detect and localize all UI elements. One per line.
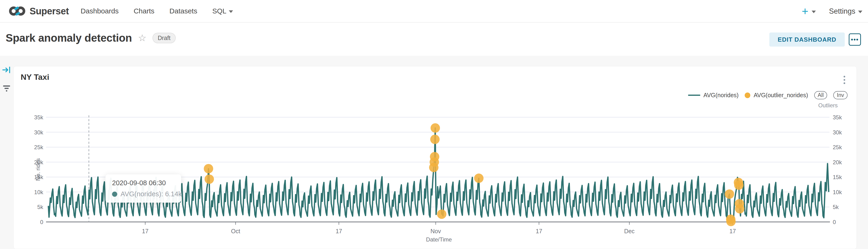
svg-text:Dec: Dec: [624, 228, 634, 234]
nav-item-sql[interactable]: SQL: [212, 7, 233, 15]
legend-select-all-button[interactable]: All: [814, 91, 827, 99]
svg-text:35k: 35k: [833, 114, 842, 120]
nav-item-datasets[interactable]: Datasets: [169, 7, 197, 15]
chart-card-ny-taxi: NY Taxi AVG(norides) AVG(outlier_norides…: [13, 66, 857, 249]
superset-brand[interactable]: Superset: [8, 6, 69, 17]
dashboard-body: NY Taxi AVG(norides) AVG(outlier_norides…: [0, 56, 868, 249]
chart-kebab-menu-icon[interactable]: [843, 76, 845, 84]
svg-text:25k: 25k: [34, 144, 43, 150]
chart-legend: AVG(norides) AVG(outlier_norides) All In…: [688, 91, 847, 99]
ny-taxi-timeseries-chart[interactable]: 005k5k10k10k15k15k20k20k25k25k30k30k35k3…: [13, 99, 857, 249]
top-navbar: Superset Dashboards Charts Datasets SQL …: [0, 0, 868, 23]
legend-item-outlier-norides[interactable]: AVG(outlier_norides): [745, 92, 808, 99]
circle-swatch-icon: [745, 92, 750, 98]
nav-item-dashboards[interactable]: Dashboards: [81, 7, 119, 15]
page-title: Spark anomaly detection: [6, 31, 132, 44]
svg-text:5k: 5k: [37, 204, 43, 210]
x-axis: 17Oct17Nov17Dec17: [46, 222, 830, 234]
svg-text:Date/Time: Date/Time: [426, 236, 452, 243]
svg-text:25k: 25k: [833, 144, 842, 150]
legend-item-norides[interactable]: AVG(norides): [688, 92, 739, 99]
brand-text: Superset: [30, 6, 69, 17]
svg-text:17: 17: [142, 228, 149, 234]
svg-text:10k: 10k: [833, 189, 842, 195]
nav-menu: Dashboards Charts Datasets SQL: [81, 7, 233, 15]
chart-title: NY Taxi: [21, 73, 49, 82]
superset-app: Superset Dashboards Charts Datasets SQL …: [0, 0, 868, 249]
svg-text:30k: 30k: [833, 129, 842, 136]
superset-logo-icon: [8, 6, 26, 17]
svg-text:0: 0: [40, 219, 43, 225]
expand-filter-bar-icon[interactable]: [2, 65, 11, 76]
dashboard-header: Spark anomaly detection ☆ Draft EDIT DAS…: [0, 23, 868, 56]
chevron-down-icon: [229, 10, 233, 13]
edit-dashboard-button[interactable]: EDIT DASHBOARD: [769, 32, 845, 47]
filter-icon[interactable]: [2, 84, 11, 94]
svg-text:30k: 30k: [34, 129, 43, 136]
svg-text:No. rides: No. rides: [35, 158, 41, 181]
chevron-down-icon: [858, 10, 862, 13]
svg-text:Oct: Oct: [231, 228, 240, 234]
svg-text:17: 17: [536, 228, 542, 234]
new-item-button[interactable]: +: [802, 7, 816, 16]
svg-text:Nov: Nov: [431, 228, 441, 234]
svg-text:35k: 35k: [34, 114, 43, 120]
svg-text:5k: 5k: [833, 204, 839, 210]
nav-item-charts[interactable]: Charts: [134, 7, 154, 15]
status-badge: Draft: [152, 33, 176, 43]
favorite-star-icon[interactable]: ☆: [138, 33, 147, 43]
tooltip-value: AVG(norides): 6.14k: [121, 190, 182, 198]
tooltip-date: 2020-09-08 06:30: [112, 179, 175, 187]
series-dot-icon: [112, 192, 117, 197]
svg-text:17: 17: [336, 228, 342, 234]
legend-invert-button[interactable]: Inv: [833, 91, 847, 99]
plus-icon: +: [802, 7, 808, 16]
svg-text:20k: 20k: [833, 159, 842, 165]
line-swatch-icon: [688, 94, 700, 96]
svg-text:0: 0: [833, 219, 836, 225]
svg-text:15k: 15k: [833, 174, 842, 180]
svg-text:17: 17: [730, 228, 736, 234]
settings-menu[interactable]: Settings: [829, 7, 862, 16]
more-actions-button[interactable]: •••: [849, 33, 861, 46]
chart-tooltip: 2020-09-08 06:30 AVG(norides): 6.14k: [105, 174, 181, 203]
svg-text:10k: 10k: [34, 189, 43, 195]
nav-right: + Settings: [802, 0, 862, 23]
chevron-down-icon: [812, 10, 816, 13]
